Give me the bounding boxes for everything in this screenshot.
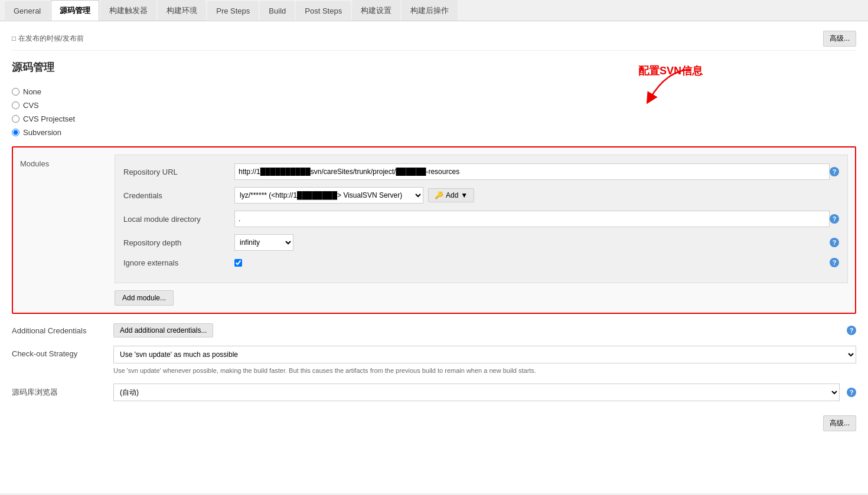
radio-subversion[interactable]: Subversion (12, 128, 856, 137)
checkout-strategy-row: Check-out Strategy Use 'svn update' as m… (12, 346, 856, 374)
bottom-advanced-row: 高级... (12, 409, 856, 431)
tab-post-build[interactable]: 构建后操作 (402, 0, 458, 21)
ignore-externals-label: Ignore externals (123, 258, 230, 267)
add-dropdown-icon: ▼ (461, 191, 468, 199)
tab-build[interactable]: Build (260, 1, 295, 20)
local-module-dir-help-icon[interactable]: ? (830, 214, 839, 224)
tab-general[interactable]: General (5, 1, 50, 20)
add-additional-cred-button[interactable]: Add additional credentials... (113, 323, 213, 337)
additional-credentials-row: Additional Credentials Add additional cr… (12, 323, 856, 337)
additional-cred-inner: Additional Credentials Add additional cr… (12, 323, 840, 337)
repo-depth-label: Repository depth (123, 238, 230, 247)
credentials-select[interactable]: lyz/****** (<http://1████████> VisualSVN… (234, 187, 423, 204)
additional-cred-help-icon[interactable]: ? (847, 326, 856, 335)
tab-build-env[interactable]: 构建环境 (158, 0, 206, 21)
modules-content: Repository URL ? Credentials lyz/****** … (115, 155, 848, 283)
radio-none-input[interactable] (12, 88, 19, 96)
bottom-advanced-button[interactable]: 高级... (823, 415, 856, 431)
tab-build-settings[interactable]: 构建设置 (352, 0, 400, 21)
tab-build-trigger[interactable]: 构建触发器 (100, 0, 156, 21)
tab-bar: General 源码管理 构建触发器 构建环境 Pre Steps Build … (0, 0, 868, 21)
source-browser-inner: 源码库浏览器 (自动) (12, 383, 840, 401)
credentials-inner: Credentials lyz/****** (<http://1███████… (123, 187, 839, 204)
source-browser-row: 源码库浏览器 (自动) ? (12, 383, 856, 401)
radio-cvs-projectset[interactable]: CVS Projectset (12, 114, 856, 123)
repo-depth-row: Repository depth infinity immediates fil… (123, 234, 839, 251)
top-notice-row: □ 在发布的时候/发布前 高级... (12, 27, 856, 51)
ignore-externals-row: Ignore externals ? (123, 258, 839, 267)
checkout-strategy-select[interactable]: Use 'svn update' as much as possible Alw… (113, 346, 856, 363)
local-module-dir-inner: Local module directory (123, 211, 830, 227)
additional-cred-label: Additional Credentials (12, 326, 106, 335)
repo-url-row: Repository URL ? (123, 163, 839, 180)
local-module-dir-input[interactable] (234, 211, 830, 227)
radio-subversion-input[interactable] (12, 129, 19, 136)
radio-none[interactable]: None (12, 87, 856, 96)
key-icon: 🔑 (435, 191, 443, 199)
local-module-dir-row: Local module directory ? (123, 211, 839, 227)
add-module-container: Add module... (13, 283, 855, 306)
add-btn-label: Add (446, 191, 458, 199)
modules-label: Modules (20, 155, 115, 283)
radio-subversion-label: Subversion (23, 128, 61, 137)
source-browser-help-icon[interactable]: ? (847, 388, 856, 397)
ignore-externals-checkbox[interactable] (234, 259, 242, 267)
local-module-dir-label: Local module directory (123, 215, 230, 224)
radio-cvs-projectset-input[interactable] (12, 115, 19, 123)
repo-url-label: Repository URL (123, 168, 230, 176)
source-browser-select[interactable]: (自动) (113, 383, 840, 401)
tab-source-mgmt[interactable]: 源码管理 (51, 0, 99, 21)
ignore-externals-help-icon[interactable]: ? (830, 258, 839, 267)
add-credentials-button[interactable]: 🔑 Add ▼ (428, 188, 474, 202)
tab-pre-steps[interactable]: Pre Steps (207, 1, 259, 20)
checkout-strategy-label: Check-out Strategy (12, 346, 106, 358)
ignore-externals-checkbox-row (234, 259, 242, 267)
checkout-strategy-content: Use 'svn update' as much as possible Alw… (113, 346, 856, 374)
main-content: □ 在发布的时候/发布前 高级... 源码管理 None CVS CVS Pro… (0, 21, 868, 493)
ignore-externals-inner: Ignore externals (123, 258, 830, 267)
subversion-box: Modules Repository URL ? Credentials ly (12, 146, 856, 314)
repo-depth-inner: Repository depth infinity immediates fil… (123, 234, 830, 251)
credentials-label: Credentials (123, 191, 230, 200)
add-module-button[interactable]: Add module... (115, 290, 174, 306)
top-notice-text: □ 在发布的时候/发布前 (12, 34, 84, 44)
radio-cvs-input[interactable] (12, 101, 19, 109)
checkout-strategy-desc: Use 'svn update' whenever possible, maki… (113, 367, 856, 374)
checkout-strategy-inner: Check-out Strategy Use 'svn update' as m… (12, 346, 856, 374)
section-title: 源码管理 (12, 60, 856, 78)
modules-area: Modules Repository URL ? Credentials ly (13, 155, 855, 283)
source-browser-label: 源码库浏览器 (12, 387, 106, 398)
radio-cvs[interactable]: CVS (12, 101, 856, 110)
repo-url-help-icon[interactable]: ? (830, 167, 839, 176)
radio-none-label: None (23, 87, 41, 96)
repo-depth-select[interactable]: infinity immediates files empty (234, 234, 293, 251)
repo-url-input[interactable] (234, 163, 830, 180)
radio-cvs-label: CVS (23, 101, 39, 110)
tab-post-steps[interactable]: Post Steps (296, 1, 351, 20)
repo-url-inner: Repository URL (123, 163, 830, 180)
top-advanced-button[interactable]: 高级... (823, 31, 856, 47)
credentials-row: Credentials lyz/****** (<http://1███████… (123, 187, 839, 204)
radio-cvs-projectset-label: CVS Projectset (23, 114, 75, 123)
repo-depth-help-icon[interactable]: ? (830, 238, 839, 247)
radio-group: None CVS CVS Projectset Subversion (12, 87, 856, 137)
